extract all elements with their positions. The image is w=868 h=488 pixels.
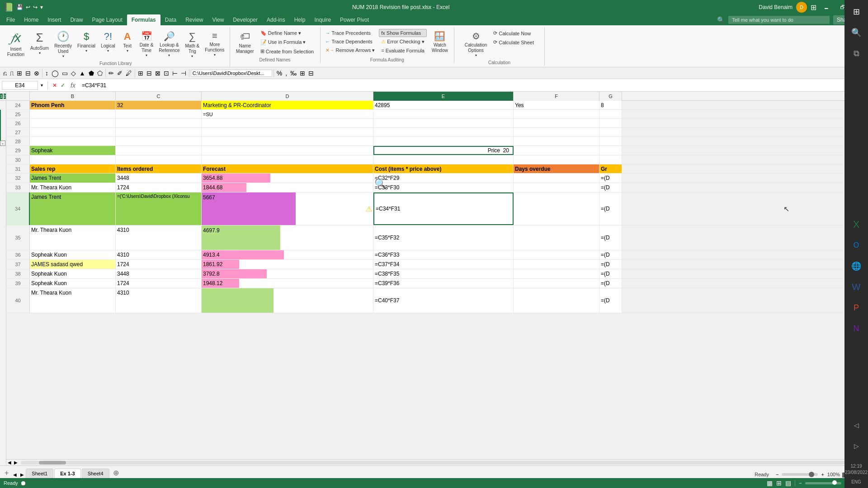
row-num-40[interactable]: 40 (6, 288, 30, 313)
cell-B29[interactable]: Sopheak (30, 146, 116, 155)
cell-E24[interactable]: 42895 (373, 101, 514, 109)
tb2-7[interactable]: ◯ (50, 69, 60, 77)
add-sheet-icon[interactable]: ⊕ (111, 468, 121, 478)
cell-E37[interactable]: =C37*F34 (373, 260, 514, 269)
cell-D29[interactable] (202, 146, 373, 155)
cell-C37[interactable]: 1724 (116, 260, 202, 269)
cell-C32[interactable]: 3448 (116, 174, 202, 183)
cell-D37[interactable]: 1861.92 (202, 260, 373, 269)
cell-D32[interactable]: 3654.88 🔍 (202, 174, 373, 183)
path-input[interactable] (191, 70, 272, 77)
col-header-B[interactable]: B (30, 92, 116, 101)
cell-F35[interactable] (514, 225, 599, 250)
cell-F25[interactable] (514, 110, 599, 118)
cell-C34[interactable]: =('C:\Users\David\Dropbox (Xlconsu (116, 192, 202, 225)
name-box[interactable]: E34 (2, 81, 38, 90)
new-sheet-btn[interactable]: + (2, 468, 11, 478)
tb2-percent[interactable]: % (275, 69, 283, 77)
tb2-15[interactable]: 🖊 (124, 69, 133, 77)
cell-D33[interactable]: 1844.68 (202, 183, 373, 192)
cell-D38[interactable]: 3792.8 (202, 269, 373, 278)
cell-E30[interactable] (373, 155, 514, 164)
tab-developer[interactable]: Developer (228, 14, 262, 25)
cell-B40[interactable]: Mr. Theara Kuon (30, 288, 116, 313)
insert-function-btn[interactable]: 𝑓x InsertFunction (5, 29, 27, 59)
tb2-5[interactable]: ⊗ (33, 69, 41, 77)
tb2-13[interactable]: ✏ (107, 69, 115, 77)
zoom-in-btn[interactable]: + (820, 471, 825, 478)
cell-F37[interactable] (514, 260, 599, 269)
cell-D26[interactable] (202, 119, 373, 127)
cell-E29[interactable]: Price 20 (373, 146, 514, 155)
cell-F31[interactable]: Days overdue (514, 164, 599, 173)
cell-B24[interactable]: Phnom Penh (30, 101, 116, 109)
row-num-33[interactable]: 33 (6, 183, 30, 192)
confirm-formula-btn[interactable]: ✓ (61, 82, 65, 89)
cell-F30[interactable] (514, 155, 599, 164)
cell-B32[interactable]: James Trent (30, 174, 116, 183)
col-header-D[interactable]: D (202, 92, 373, 101)
date-time-btn[interactable]: 📅 Date &Time ▾ (137, 29, 156, 59)
tb2-11[interactable]: ⬟ (87, 69, 95, 77)
evaluate-formula-btn[interactable]: = Evaluate Formula (379, 47, 427, 55)
tb2-1[interactable]: ⎌ (2, 69, 8, 77)
cell-F40[interactable] (514, 288, 599, 313)
cell-C40[interactable]: 4310 (116, 288, 202, 313)
cell-C31[interactable]: Items ordered (116, 164, 202, 173)
cell-C26[interactable] (116, 119, 202, 127)
tb2-10[interactable]: ▲ (78, 69, 87, 77)
cell-F26[interactable] (514, 119, 599, 127)
cell-F36[interactable] (514, 250, 599, 259)
trace-dependents-btn[interactable]: ← Trace Dependents (323, 38, 377, 46)
tb2-minus[interactable]: ⊟ (307, 69, 315, 77)
cell-D30[interactable] (202, 155, 373, 164)
tb2-6[interactable]: ↕ (44, 69, 50, 77)
side-icon-ppt[interactable]: P (846, 298, 866, 318)
language-indicator[interactable]: ENG (851, 479, 861, 485)
cell-G38[interactable]: =(D (599, 269, 622, 278)
show-formulas-btn[interactable]: fx Show Formulas (379, 29, 427, 37)
tab-formulas[interactable]: Formulas (127, 14, 160, 25)
hscroll-thumb[interactable] (39, 461, 66, 465)
cell-G34[interactable]: =(D (599, 192, 622, 225)
lookup-reference-btn[interactable]: 🔎 Lookup &Reference ▾ (156, 29, 182, 59)
tb2-3[interactable]: ⊞ (15, 69, 24, 77)
cell-D40[interactable] (202, 288, 373, 313)
cell-C28[interactable] (116, 137, 202, 145)
sheet-tab-ex1-3[interactable]: Ex 1-3 (54, 469, 80, 478)
row-num-38[interactable]: 38 (6, 269, 30, 278)
tb2-20[interactable]: ⊢ (171, 69, 179, 77)
tb2-plus[interactable]: ⊞ (298, 69, 307, 77)
cell-F32[interactable] (514, 174, 599, 183)
tb2-12[interactable]: ⬠ (96, 69, 104, 77)
cell-C29[interactable] (116, 146, 202, 155)
calculation-options-btn[interactable]: ⚙ CalculationOptions ▾ (462, 29, 489, 59)
use-in-formula-btn[interactable]: 📝 Use in Formula ▾ (258, 38, 316, 47)
outline-2[interactable]: 2 (4, 94, 6, 99)
cell-G37[interactable]: =(D (599, 260, 622, 269)
cell-E40[interactable]: =C40*F37 (373, 288, 514, 313)
cell-C36[interactable]: 4310 (116, 250, 202, 259)
hscroll-left[interactable]: ◀ (6, 460, 13, 465)
row-num-32[interactable]: 32 (6, 174, 30, 183)
tab-powerpivot[interactable]: Power Pivot (335, 14, 373, 25)
row-num-39[interactable]: 39 (6, 279, 30, 288)
cell-D24[interactable]: Marketing & PR-Coordinator (202, 101, 373, 109)
cell-C39[interactable]: 1724 (116, 279, 202, 288)
cell-F24[interactable]: Yes (514, 101, 599, 109)
tab-home[interactable]: Home (19, 14, 43, 25)
cell-F28[interactable] (514, 137, 599, 145)
zoom-bar-thumb[interactable] (832, 480, 837, 485)
cell-G33[interactable]: =(D (599, 183, 622, 192)
cell-B39[interactable]: Sopheak Kuon (30, 279, 116, 288)
col-header-C[interactable]: C (116, 92, 202, 101)
side-icon-word[interactable]: W (846, 277, 866, 297)
calculate-sheet-btn[interactable]: ⟳ Calculate Sheet (491, 38, 536, 47)
zoom-out-btn[interactable]: − (774, 471, 780, 478)
cell-D27[interactable] (202, 128, 373, 136)
hscroll-track[interactable] (21, 461, 860, 465)
row-num-30[interactable]: 30 (6, 155, 30, 164)
cell-C35[interactable]: 4310 (116, 225, 202, 250)
math-trig-btn[interactable]: ∑ Math &Trig ▾ (183, 29, 202, 60)
cell-D39[interactable]: 1948.12 (202, 279, 373, 288)
